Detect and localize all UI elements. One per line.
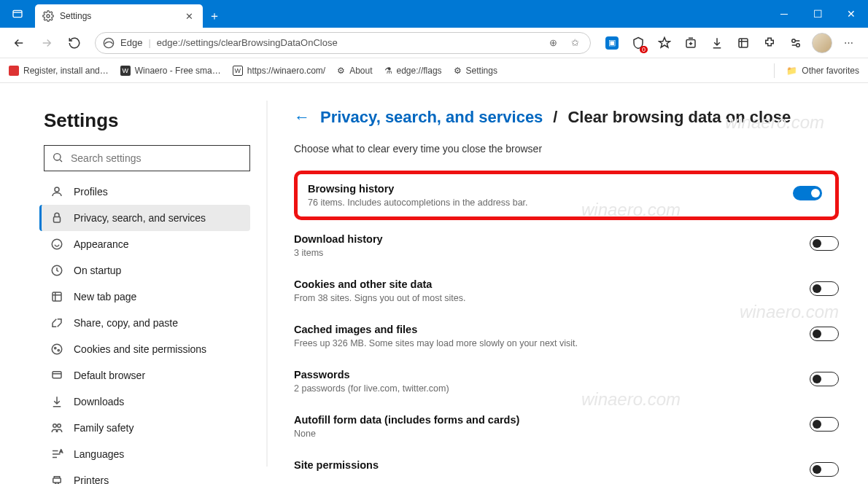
- nav-label: New tab page: [74, 291, 136, 302]
- nav-icon: [50, 264, 63, 277]
- bookmark-item[interactable]: Whttps://winaero.com/: [233, 66, 325, 76]
- svg-point-6: [797, 43, 800, 47]
- titlebar: Settings ✕ ＋ ─ ☐ ✕: [0, 0, 868, 28]
- sidebar-item-default-browser[interactable]: Default browser: [39, 362, 250, 389]
- svg-rect-12: [53, 292, 61, 301]
- nav-label: On startup: [74, 265, 121, 276]
- option-title: Cached images and files: [294, 324, 578, 335]
- folder-icon: 📁: [786, 66, 797, 76]
- sidebar-item-privacy-search-and-services[interactable]: Privacy, search, and services: [39, 205, 250, 231]
- nav-icon: [50, 185, 63, 198]
- svg-point-8: [55, 187, 59, 192]
- clear-option-cookies-and-other-site-data: Cookies and other site dataFrom 38 sites…: [294, 268, 839, 313]
- menu-button[interactable]: ⋯: [836, 31, 861, 55]
- breadcrumb-parent[interactable]: Privacy, search, and services: [320, 108, 543, 127]
- option-subtitle: 3 items: [294, 248, 383, 258]
- favorite-icon[interactable]: ✩: [567, 37, 583, 48]
- close-button[interactable]: ✕: [834, 0, 868, 28]
- nav-label: Share, copy, and paste: [74, 317, 178, 329]
- toggle[interactable]: [810, 281, 839, 296]
- breadcrumb: ← Privacy, search, and services / Clear …: [294, 108, 839, 127]
- zoom-icon[interactable]: ⊕: [545, 37, 561, 48]
- sync-icon[interactable]: [783, 31, 808, 55]
- settings-heading: Settings: [44, 109, 250, 132]
- browser-tab[interactable]: Settings ✕: [35, 4, 203, 28]
- sidebar-item-printers[interactable]: Printers: [39, 467, 250, 484]
- settings-search[interactable]: [44, 145, 250, 171]
- settings-nav: ProfilesPrivacy, search, and servicesApp…: [39, 179, 250, 484]
- toggle[interactable]: [810, 372, 839, 386]
- collections-icon[interactable]: [678, 31, 703, 55]
- toggle[interactable]: [810, 327, 839, 341]
- settings-search-input[interactable]: [71, 152, 242, 164]
- option-subtitle: None: [294, 429, 519, 439]
- extension-video-icon[interactable]: ▣: [600, 31, 624, 55]
- sidebar-item-family-safety[interactable]: Family safety: [39, 415, 250, 441]
- gear-icon: ⚙: [337, 66, 345, 76]
- settings-sidebar: Settings ProfilesPrivacy, search, and se…: [0, 83, 266, 484]
- toggle[interactable]: [810, 417, 839, 432]
- option-title: Cookies and other site data: [294, 278, 466, 290]
- breadcrumb-back-icon[interactable]: ←: [294, 108, 310, 127]
- nav-icon: [50, 421, 63, 434]
- bookmark-item[interactable]: Register, install and…: [9, 66, 109, 76]
- sidebar-item-on-startup[interactable]: On startup: [39, 257, 250, 284]
- gear-icon: ⚙: [454, 66, 462, 76]
- bookmark-item[interactable]: WWinaero - Free sma…: [120, 66, 221, 76]
- downloads-icon[interactable]: [705, 31, 729, 55]
- profile-avatar[interactable]: [810, 31, 834, 55]
- new-tab-button[interactable]: ＋: [203, 4, 226, 28]
- nav-label: Cookies and site permissions: [74, 343, 206, 355]
- maximize-button[interactable]: ☐: [801, 0, 834, 28]
- extension-shield-icon[interactable]: 0: [626, 31, 651, 55]
- sidebar-item-share-copy-and-paste[interactable]: Share, copy, and paste: [39, 310, 250, 336]
- option-subtitle: Frees up 326 MB. Some sites may load mor…: [294, 338, 578, 348]
- edge-icon: [103, 37, 115, 49]
- option-title: Passwords: [294, 369, 449, 380]
- clear-option-autofill-form-data-includes-forms-and-cards-: Autofill form data (includes forms and c…: [294, 404, 839, 449]
- page-description: Choose what to clear every time you clos…: [294, 143, 839, 155]
- address-bar[interactable]: Edge | edge://settings/clearBrowsingData…: [95, 32, 591, 54]
- clear-option-passwords: Passwords2 passwords (for live.com, twit…: [294, 359, 839, 404]
- option-title: Browsing history: [308, 183, 528, 195]
- app-icon: [0, 0, 35, 28]
- nav-label: Languages: [74, 448, 124, 460]
- forward-button[interactable]: [35, 31, 58, 55]
- svg-rect-20: [53, 478, 61, 483]
- bookmark-item[interactable]: ⚗edge://flags: [384, 66, 442, 76]
- close-tab-icon[interactable]: ✕: [182, 11, 195, 22]
- option-title: Site permissions: [294, 459, 379, 471]
- nav-icon: [50, 474, 63, 484]
- sidebar-item-downloads[interactable]: Downloads: [39, 389, 250, 415]
- option-title: Download history: [294, 233, 383, 245]
- toggle[interactable]: [810, 462, 839, 477]
- nav-icon: [50, 290, 63, 303]
- bookmark-item[interactable]: ⚙About: [337, 66, 372, 76]
- toggle[interactable]: [810, 236, 839, 251]
- svg-rect-16: [53, 372, 61, 378]
- other-favorites[interactable]: 📁Other favorites: [786, 66, 859, 76]
- sidebar-item-profiles[interactable]: Profiles: [39, 179, 250, 205]
- toolbar-right: ▣ 0 ⋯: [600, 31, 861, 55]
- extensions-icon[interactable]: [757, 31, 782, 55]
- sidebar-item-cookies-and-site-permissions[interactable]: Cookies and site permissions: [39, 336, 250, 362]
- option-subtitle: 76 items. Includes autocompletions in th…: [308, 198, 528, 208]
- sidebar-item-new-tab-page[interactable]: New tab page: [39, 284, 250, 310]
- webcapture-icon[interactable]: [731, 31, 756, 55]
- refresh-button[interactable]: [63, 31, 86, 55]
- minimize-button[interactable]: ─: [767, 0, 801, 28]
- favorites-icon[interactable]: [652, 31, 677, 55]
- bookmark-item[interactable]: ⚙Settings: [454, 66, 497, 76]
- svg-point-13: [52, 344, 62, 354]
- sidebar-item-appearance[interactable]: Appearance: [39, 231, 250, 257]
- nav-icon: [50, 211, 63, 225]
- toggle[interactable]: [793, 186, 822, 200]
- nav-icon: [50, 238, 63, 251]
- sidebar-item-languages[interactable]: ALanguages: [39, 441, 250, 467]
- back-button[interactable]: [7, 31, 31, 55]
- tab-title: Settings: [60, 11, 177, 21]
- nav-label: Downloads: [74, 396, 124, 407]
- nav-icon: [50, 343, 63, 356]
- svg-point-18: [58, 424, 61, 428]
- svg-rect-0: [13, 10, 22, 17]
